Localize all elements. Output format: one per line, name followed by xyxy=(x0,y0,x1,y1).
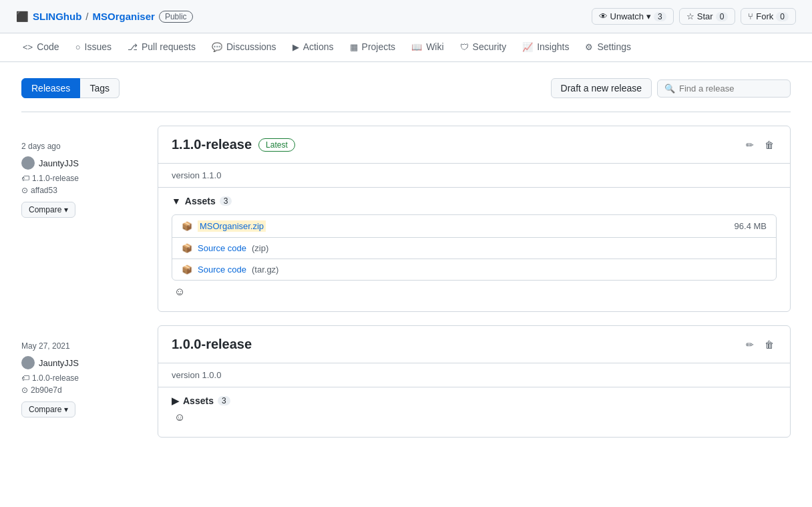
nav-tabs: <> Code ○ Issues ⎇ Pull requests 💬 Discu… xyxy=(0,33,812,62)
tab-pull-requests[interactable]: ⎇ Pull requests xyxy=(121,33,202,61)
repo-link[interactable]: MSOrganiser xyxy=(93,11,155,22)
assets-label: Assets xyxy=(185,196,216,206)
add-reaction-button[interactable]: ☺ xyxy=(172,409,188,426)
delete-release-button[interactable]: 🗑 xyxy=(762,138,777,152)
asset-item-left: 📦 Source code (tar.gz) xyxy=(182,265,278,275)
asset-link[interactable]: MSOrganiser.zip xyxy=(198,220,266,232)
releases-list: 2 days ago JauntyJJS 🏷 1.1.0-release ⊙ a… xyxy=(21,126,791,438)
tab-issues-label: Issues xyxy=(85,41,112,52)
assets-label: Assets xyxy=(183,395,214,406)
card-actions: ✏ 🗑 xyxy=(743,338,777,351)
actions-icon: ▶ xyxy=(292,42,299,52)
commit-row: ⊙ 2b90e7d xyxy=(21,385,142,395)
tag-row: 🏷 1.1.0-release xyxy=(21,174,142,183)
watch-label: Unwatch xyxy=(610,11,644,21)
compare-button[interactable]: Compare ▾ xyxy=(21,202,75,218)
watch-button[interactable]: 👁 Unwatch ▾ 3 xyxy=(592,8,674,25)
delete-release-button[interactable]: 🗑 xyxy=(762,338,777,351)
settings-icon: ⚙ xyxy=(585,42,593,52)
tab-insights-label: Insights xyxy=(537,41,569,52)
tab-code-label: Code xyxy=(37,41,59,52)
emoji-reaction-area: ☺ xyxy=(172,281,777,303)
tab-issues[interactable]: ○ Issues xyxy=(69,33,118,61)
asset-item: 📦 Source code (tar.gz) xyxy=(172,259,776,280)
tab-projects[interactable]: ▦ Projects xyxy=(343,33,403,61)
file-icon: 📦 xyxy=(182,221,192,231)
latest-badge: Latest xyxy=(258,138,295,152)
add-reaction-button[interactable]: ☺ xyxy=(172,283,188,300)
release-sidebar: May 27, 2021 JauntyJJS 🏷 1.0.0-release ⊙… xyxy=(21,325,142,438)
avatar xyxy=(21,356,35,369)
compare-label: Compare xyxy=(29,205,61,214)
tab-security[interactable]: 🛡 Security xyxy=(453,33,514,61)
release-version: version 1.0.0 xyxy=(158,363,790,387)
repo-icon: ⬛ xyxy=(16,11,29,23)
release-title: 1.1.0-release xyxy=(172,137,252,152)
find-release-search[interactable]: 🔍 xyxy=(657,79,791,98)
star-count: 0 xyxy=(716,12,729,21)
projects-icon: ▦ xyxy=(350,42,358,52)
edit-release-button[interactable]: ✏ xyxy=(743,138,757,152)
releases-header: Releases Tags Draft a new release 🔍 xyxy=(21,78,791,98)
release-date: 2 days ago xyxy=(21,142,142,151)
commit-icon: ⊙ xyxy=(21,385,28,395)
fork-icon: ⑂ xyxy=(748,11,753,21)
tag-label: 1.0.0-release xyxy=(32,373,79,383)
compare-label: Compare xyxy=(29,405,61,414)
search-input[interactable] xyxy=(679,83,783,94)
chevron-down-icon: ▾ xyxy=(64,205,68,214)
releases-actions: Draft a new release 🔍 xyxy=(551,78,791,98)
asset-size: 96.4 MB xyxy=(735,221,767,231)
org-link[interactable]: SLINGhub xyxy=(33,11,81,22)
release-card-header: 1.1.0-release Latest ✏ 🗑 xyxy=(158,126,790,164)
release-card: 1.1.0-release Latest ✏ 🗑 version 1.1.0 ▼… xyxy=(158,126,791,312)
star-button[interactable]: ☆ Star 0 xyxy=(679,8,736,25)
section-divider xyxy=(21,112,791,112)
release-card: 1.0.0-release ✏ 🗑 version 1.0.0 ▶ Assets… xyxy=(158,325,791,438)
asset-item-left: 📦 MSOrganiser.zip xyxy=(182,220,266,232)
avatar xyxy=(21,156,35,170)
asset-link[interactable]: Source code xyxy=(198,265,246,275)
asset-item-left: 📦 Source code (zip) xyxy=(182,243,268,253)
tag-icon: 🏷 xyxy=(21,373,29,383)
emoji-reaction-area: ☺ xyxy=(172,406,777,429)
assets-toggle[interactable]: ▼ Assets 3 xyxy=(172,196,777,206)
asset-item: 📦 MSOrganiser.zip 96.4 MB xyxy=(172,215,776,238)
commit-hash: affad53 xyxy=(31,186,57,195)
tab-settings[interactable]: ⚙ Settings xyxy=(578,33,638,61)
triangle-right-icon: ▶ xyxy=(172,395,179,406)
asset-link[interactable]: Source code xyxy=(198,243,246,253)
tab-discussions[interactable]: 💬 Discussions xyxy=(205,33,283,61)
releases-tab[interactable]: Releases xyxy=(21,78,80,98)
asset-list: 📦 MSOrganiser.zip 96.4 MB 📦 Source code … xyxy=(172,214,777,281)
card-actions: ✏ 🗑 xyxy=(743,138,777,152)
tab-wiki[interactable]: 📖 Wiki xyxy=(405,33,450,61)
tag-row: 🏷 1.0.0-release xyxy=(21,373,142,383)
tab-actions-label: Actions xyxy=(303,41,334,52)
release-title: 1.0.0-release xyxy=(172,337,252,352)
file-icon: 📦 xyxy=(182,265,192,275)
fork-button[interactable]: ⑂ Fork 0 xyxy=(741,8,796,25)
commit-icon: ⊙ xyxy=(21,186,28,195)
assets-section-collapsed: ▶ Assets 3 ☺ xyxy=(158,387,790,437)
top-header: ⬛ SLINGhub / MSOrganiser Public 👁 Unwatc… xyxy=(0,0,812,33)
chevron-down-icon: ▾ xyxy=(64,405,68,414)
release-title-row: 1.0.0-release xyxy=(172,337,252,352)
assets-toggle-collapsed[interactable]: ▶ Assets 3 xyxy=(172,395,777,406)
user-row: JauntyJJS xyxy=(21,356,142,369)
assets-count: 3 xyxy=(220,196,232,206)
tab-security-label: Security xyxy=(473,41,507,52)
edit-release-button[interactable]: ✏ xyxy=(743,338,757,351)
tag-icon: 🏷 xyxy=(21,174,29,183)
tags-tab[interactable]: Tags xyxy=(80,78,120,98)
issues-icon: ○ xyxy=(75,42,81,52)
top-actions: 👁 Unwatch ▾ 3 ☆ Star 0 ⑂ Fork 0 xyxy=(592,8,796,25)
draft-release-button[interactable]: Draft a new release xyxy=(551,78,652,98)
tab-actions[interactable]: ▶ Actions xyxy=(286,33,341,61)
tab-insights[interactable]: 📈 Insights xyxy=(516,33,576,61)
tab-code[interactable]: <> Code xyxy=(16,33,66,61)
username: JauntyJJS xyxy=(39,158,79,168)
assets-section: ▼ Assets 3 📦 MSOrganiser.zip 96.4 MB 📦 S… xyxy=(158,188,790,311)
separator: / xyxy=(85,11,88,22)
compare-button[interactable]: Compare ▾ xyxy=(21,401,75,417)
